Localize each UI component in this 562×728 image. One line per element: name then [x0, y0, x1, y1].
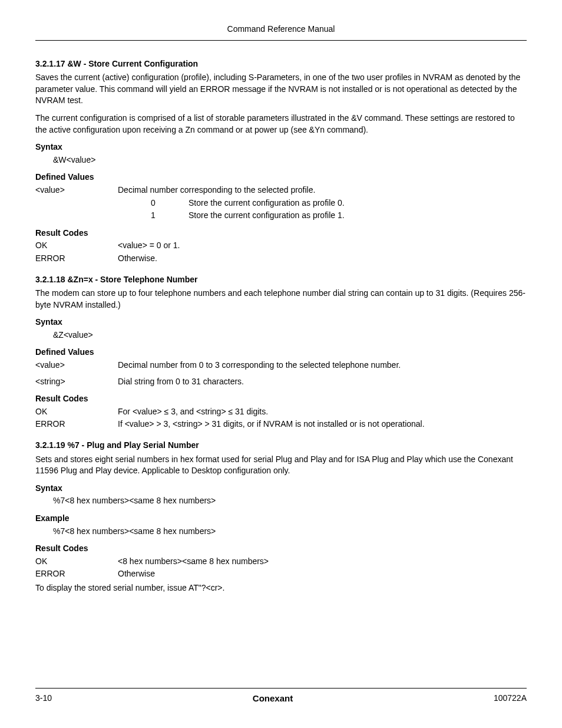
s1-opt-val: Store the current configuration as profi…	[171, 197, 527, 209]
s1-opt-row: 1 Store the current configuration as pro…	[135, 210, 527, 222]
s1-rc-row: OK <value> = 0 or 1.	[35, 240, 527, 252]
footer-doc-id: 100722A	[494, 693, 527, 704]
s1-syntax-heading: Syntax	[35, 141, 527, 153]
header-title: Command Reference Manual	[227, 24, 335, 34]
s1-dv-row: <value> Decimal number corresponding to …	[35, 185, 527, 196]
s2-rc-key: ERROR	[35, 419, 118, 430]
s3-rc-key: ERROR	[35, 568, 118, 580]
s3-rc-heading: Result Codes	[35, 543, 527, 555]
s3-syntax-value: %7<8 hex numbers><same 8 hex numbers>	[53, 495, 527, 507]
s1-opt-row: 0 Store the current configuration as pro…	[135, 197, 527, 209]
section-2-title: 3.2.1.18 &Zn=x - Store Telephone Number	[35, 274, 527, 286]
s2-dv-key: <value>	[35, 360, 118, 371]
s2-dv-row: <string> Dial string from 0 to 31 charac…	[35, 376, 527, 388]
s1-rc-key: ERROR	[35, 253, 118, 265]
s1-opt-val: Store the current configuration as profi…	[171, 210, 527, 222]
s3-rc-val: Otherwise	[118, 568, 527, 580]
section-1-p1: Saves the current (active) configuration…	[35, 72, 527, 107]
s2-rc-row: OK For <value> ≤ 3, and <string> ≤ 31 di…	[35, 406, 527, 418]
s2-rc-val: If <value> > 3, <string> > 31 digits, or…	[118, 419, 527, 430]
s2-dv-key: <string>	[35, 376, 118, 388]
s1-opt-key: 1	[135, 210, 171, 222]
s1-rc-val: <value> = 0 or 1.	[118, 240, 527, 252]
s2-syntax-value: &Z<value>	[53, 330, 527, 341]
footer-page-number: 3-10	[35, 693, 52, 704]
section-2-p1: The modem can store up to four telephone…	[35, 288, 527, 311]
page-header: Command Reference Manual	[35, 24, 527, 41]
s2-dv-row: <value> Decimal number from 0 to 3 corre…	[35, 360, 527, 371]
s3-rc-row: OK <8 hex numbers><same 8 hex numbers>	[35, 556, 527, 568]
s3-note: To display the stored serial number, iss…	[35, 582, 527, 594]
s1-dv-desc: Decimal number corresponding to the sele…	[118, 185, 527, 196]
s2-rc-heading: Result Codes	[35, 393, 527, 405]
s1-opt-key: 0	[135, 197, 171, 209]
s1-syntax-value: &W<value>	[53, 154, 527, 166]
s1-dv-name: <value>	[35, 185, 118, 196]
s3-syntax-heading: Syntax	[35, 483, 527, 495]
s3-rc-val: <8 hex numbers><same 8 hex numbers>	[118, 556, 527, 568]
s2-dv-val: Dial string from 0 to 31 characters.	[118, 376, 527, 388]
footer-brand: Conexant	[253, 692, 293, 704]
s1-rc-key: OK	[35, 240, 118, 252]
s3-example-heading: Example	[35, 513, 527, 525]
s1-rc-row: ERROR Otherwise.	[35, 253, 527, 265]
s2-syntax-heading: Syntax	[35, 317, 527, 328]
s2-dv-heading: Defined Values	[35, 347, 527, 358]
section-3-title: 3.2.1.19 %7 - Plug and Play Serial Numbe…	[35, 440, 527, 452]
s3-rc-key: OK	[35, 556, 118, 568]
s2-rc-key: OK	[35, 406, 118, 418]
s1-dv-heading: Defined Values	[35, 172, 527, 183]
section-1-p2: The current configuration is comprised o…	[35, 113, 527, 136]
section-3-p1: Sets and stores eight serial numbers in …	[35, 454, 527, 477]
section-1-title: 3.2.1.17 &W - Store Current Configuratio…	[35, 58, 527, 70]
s2-dv-val: Decimal number from 0 to 3 corresponding…	[118, 360, 527, 371]
s3-example-value: %7<8 hex numbers><same 8 hex numbers>	[53, 526, 527, 538]
s3-rc-row: ERROR Otherwise	[35, 568, 527, 580]
s2-rc-val: For <value> ≤ 3, and <string> ≤ 31 digit…	[118, 406, 527, 418]
s1-rc-val: Otherwise.	[118, 253, 527, 265]
s2-rc-row: ERROR If <value> > 3, <string> > 31 digi…	[35, 419, 527, 430]
page-footer: 3-10 Conexant 100722A	[35, 688, 527, 704]
s1-rc-heading: Result Codes	[35, 228, 527, 239]
